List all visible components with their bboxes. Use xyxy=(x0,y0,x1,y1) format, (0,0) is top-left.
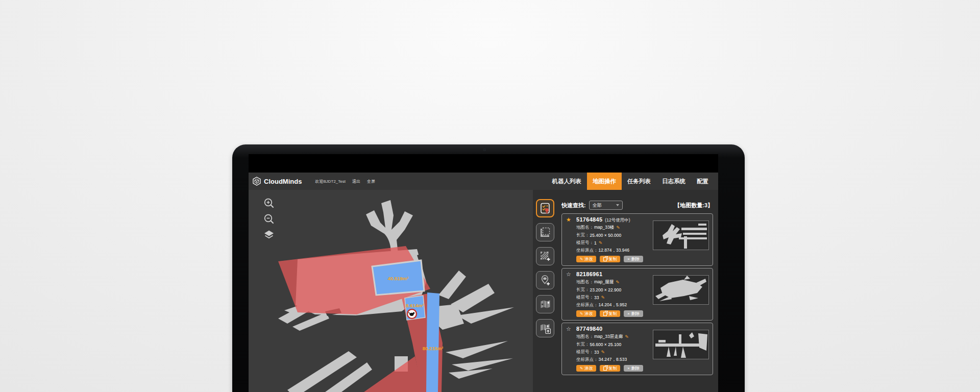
measure-area-icon[interactable] xyxy=(536,223,554,241)
session-links: 欢迎BJDT2_Test 退出 全屏 xyxy=(315,179,375,184)
copy-icon xyxy=(603,366,607,371)
tab-task-list[interactable]: 任务列表 xyxy=(622,173,656,190)
field-label: 长宽： xyxy=(576,287,590,293)
field-label: 地图名： xyxy=(576,334,594,340)
delete-icon: × xyxy=(627,312,629,316)
checklist-pin-icon[interactable] xyxy=(536,199,554,217)
field-label: 楼层号： xyxy=(576,240,594,246)
top-navbar: CloudMinds 欢迎BJDT2_Test 退出 全屏 机器人列表 地图操作… xyxy=(249,173,718,190)
edit-map-button[interactable]: ✎ 涂改 xyxy=(576,256,596,262)
map-card: ☆ 87749840 地图名： map_33层走廊 ✎ 长宽： 56.600 ×… xyxy=(561,323,713,375)
map-thumbnail xyxy=(653,275,709,305)
quick-find-label: 快速查找: xyxy=(561,202,586,209)
map-annotate-icon[interactable] xyxy=(536,295,554,313)
field-label: 坐标原点： xyxy=(576,248,598,254)
delete-icon: × xyxy=(627,366,629,371)
tab-map-operation[interactable]: 地图操作 xyxy=(587,173,622,190)
origin-value: 14.204，5.952 xyxy=(599,302,627,308)
occupancy-map: 40.519m² 8.614m² 80.215m² xyxy=(249,190,533,392)
map-size-value: 23.200 × 22.900 xyxy=(590,287,622,292)
floor-value: 33 xyxy=(594,350,599,355)
edit-pencil-icon[interactable]: ✎ xyxy=(601,350,605,355)
layers-button[interactable] xyxy=(263,229,275,241)
map-id: 82186961 xyxy=(576,271,602,277)
laptop-screen: CloudMinds 欢迎BJDT2_Test 退出 全屏 机器人列表 地图操作… xyxy=(249,154,718,392)
field-label: 坐标原点： xyxy=(576,357,598,363)
delete-map-button[interactable]: × 删除 xyxy=(624,256,643,262)
edit-map-button[interactable]: ✎ 涂改 xyxy=(576,310,596,317)
field-label: 楼层号： xyxy=(576,349,594,355)
tab-robot-list[interactable]: 机器人列表 xyxy=(547,173,587,190)
field-label: 楼层号： xyxy=(576,295,594,301)
zoom-out-button[interactable] xyxy=(263,213,275,225)
map-size-value: 56.600 × 25.100 xyxy=(590,342,622,347)
edit-pencil-icon[interactable]: ✎ xyxy=(599,240,603,246)
field-label: 地图名： xyxy=(576,279,594,285)
map-count: 【地图数量:3】 xyxy=(674,202,713,209)
field-label: 坐标原点： xyxy=(576,302,598,308)
edit-pencil-icon[interactable]: ✎ xyxy=(601,295,605,300)
origin-value: 34.247，8.533 xyxy=(599,357,627,363)
panel-header: 快速查找: 全部 【地图数量:3】 xyxy=(561,200,713,210)
map-tools xyxy=(536,199,556,343)
floor-value: 33 xyxy=(594,295,599,300)
map-canvas[interactable]: 40.519m² 8.614m² 80.215m² xyxy=(249,190,533,392)
copy-icon xyxy=(603,312,607,316)
map-id: 87749840 xyxy=(576,326,602,332)
field-label: 长宽： xyxy=(576,232,590,238)
edit-pencil-icon[interactable]: ✎ xyxy=(616,280,620,285)
field-label: 长宽： xyxy=(576,341,590,348)
map-filter-value: 全部 xyxy=(593,202,616,209)
tab-log-system[interactable]: 日志系统 xyxy=(656,173,691,190)
delete-map-button[interactable]: × 删除 xyxy=(624,310,643,317)
fullscreen-link[interactable]: 全屏 xyxy=(367,179,375,184)
webcam-dot xyxy=(483,149,486,151)
delete-map-button[interactable]: × 删除 xyxy=(624,365,643,372)
pencil-icon: ✎ xyxy=(580,366,583,371)
map-name-value: map_33层走廊 xyxy=(594,334,623,340)
main-tabs: 机器人列表 地图操作 任务列表 日志系统 配置 xyxy=(547,173,715,190)
field-label: 地图名： xyxy=(576,225,594,231)
map-name-value: map_腿腿 xyxy=(594,279,614,285)
pencil-icon: ✎ xyxy=(580,312,583,316)
map-size-value: 25.400 × 50.000 xyxy=(590,233,622,238)
zoom-in-button[interactable] xyxy=(263,197,275,209)
pencil-icon: ✎ xyxy=(580,257,583,261)
brand: CloudMinds xyxy=(252,177,302,186)
add-pin-icon[interactable] xyxy=(536,271,554,289)
cloudminds-logo-icon xyxy=(252,177,261,186)
map-upload-icon[interactable] xyxy=(536,319,554,337)
brand-title: CloudMinds xyxy=(264,178,302,185)
favorite-star-icon[interactable]: ★ xyxy=(566,216,574,223)
copy-map-button[interactable]: 复制 xyxy=(600,256,620,262)
map-card: ★ 51764845 (12号使用中) 地图名： map_33楼 ✎ 长宽： 2… xyxy=(561,213,713,266)
map-filter-select[interactable]: 全部 xyxy=(589,201,623,210)
edit-pencil-icon[interactable]: ✎ xyxy=(625,334,629,339)
map-usage-note: (12号使用中) xyxy=(605,217,630,224)
delete-icon: × xyxy=(627,257,629,261)
add-zone-icon[interactable] xyxy=(536,247,554,265)
map-id: 51764845 xyxy=(576,216,602,223)
robot-position-marker[interactable] xyxy=(407,309,416,318)
logout-link[interactable]: 退出 xyxy=(352,179,360,184)
chevron-down-icon xyxy=(616,204,619,206)
origin-value: 12.874，33.946 xyxy=(599,248,630,254)
edit-pencil-icon[interactable]: ✎ xyxy=(616,225,620,230)
map-thumbnail xyxy=(653,220,709,250)
area-label-3: 80.215m² xyxy=(423,346,444,351)
favorite-star-icon[interactable]: ☆ xyxy=(566,326,574,332)
copy-map-button[interactable]: 复制 xyxy=(600,310,620,317)
map-controls xyxy=(263,197,275,241)
floor-value: 1 xyxy=(594,240,597,246)
copy-icon xyxy=(603,257,607,261)
tab-config[interactable]: 配置 xyxy=(691,173,714,190)
welcome-text: 欢迎BJDT2_Test xyxy=(315,179,346,184)
map-card-list: ★ 51764845 (12号使用中) 地图名： map_33楼 ✎ 长宽： 2… xyxy=(561,213,713,375)
map-card: ☆ 82186961 地图名： map_腿腿 ✎ 长宽： 23.200 × 22… xyxy=(561,268,713,321)
area-label-1: 40.519m² xyxy=(388,276,409,281)
favorite-star-icon[interactable]: ☆ xyxy=(566,271,574,278)
map-thumbnail xyxy=(653,330,709,359)
area-label-2: 8.614m² xyxy=(406,303,424,308)
edit-map-button[interactable]: ✎ 涂改 xyxy=(576,365,596,372)
copy-map-button[interactable]: 复制 xyxy=(600,365,620,372)
